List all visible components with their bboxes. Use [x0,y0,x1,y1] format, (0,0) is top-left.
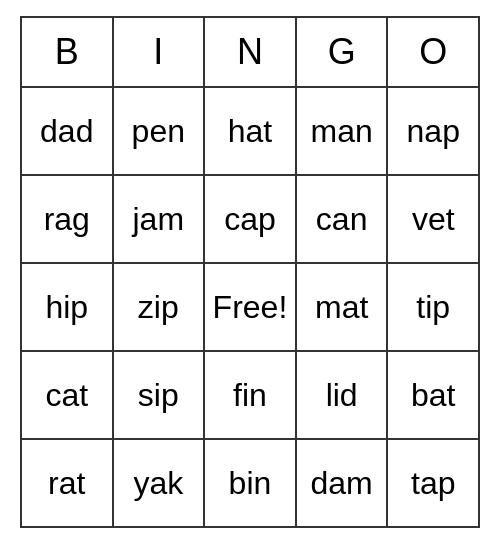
cell-1-3: can [296,175,388,263]
cell-3-3: lid [296,351,388,439]
cell-2-4: tip [387,263,479,351]
cell-2-2 free-space: Free! [204,263,296,351]
cell-4-1: yak [113,439,205,527]
header-o: O [387,17,479,87]
cell-2-3: mat [296,263,388,351]
cell-0-2: hat [204,87,296,175]
cell-0-1: pen [113,87,205,175]
cell-1-1: jam [113,175,205,263]
table-row: rag jam cap can vet [21,175,479,263]
header-b: B [21,17,113,87]
cell-0-3: man [296,87,388,175]
bingo-card: B I N G O dad pen hat man nap rag jam ca… [20,16,480,528]
cell-3-0: cat [21,351,113,439]
header-row: B I N G O [21,17,479,87]
cell-3-2: fin [204,351,296,439]
header-n: N [204,17,296,87]
cell-1-4: vet [387,175,479,263]
cell-3-1: sip [113,351,205,439]
table-row: dad pen hat man nap [21,87,479,175]
table-row: rat yak bin dam tap [21,439,479,527]
cell-2-0: hip [21,263,113,351]
cell-4-2: bin [204,439,296,527]
cell-4-3: dam [296,439,388,527]
header-g: G [296,17,388,87]
cell-0-0: dad [21,87,113,175]
cell-3-4: bat [387,351,479,439]
table-row: cat sip fin lid bat [21,351,479,439]
cell-4-4: tap [387,439,479,527]
cell-1-0: rag [21,175,113,263]
cell-4-0: rat [21,439,113,527]
header-i: I [113,17,205,87]
table-row: hip zip Free! mat tip [21,263,479,351]
cell-2-1: zip [113,263,205,351]
cell-0-4: nap [387,87,479,175]
cell-1-2: cap [204,175,296,263]
